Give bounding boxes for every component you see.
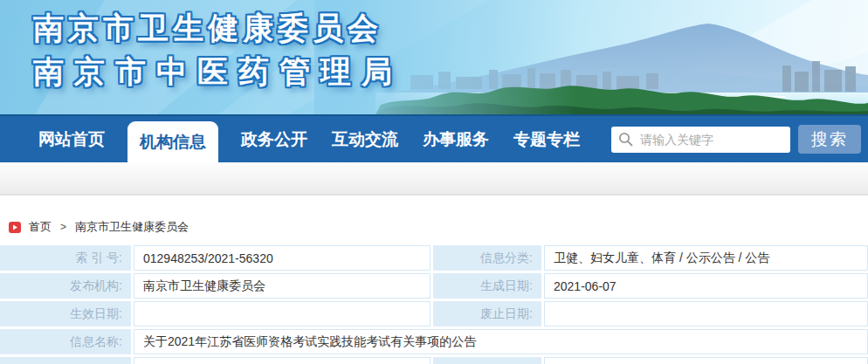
publisher-value: 南京市卫生健康委员会 [134,273,431,299]
date-created-label: 生成日期: [433,273,541,299]
search-box [611,127,790,153]
red-play-icon [9,222,21,233]
publisher-label: 发布机构: [0,273,131,299]
nav-shadow-band [0,162,868,196]
site-titles: 南京市卫生健康委员会 南京市中医药管理局 [33,6,403,93]
search-icon [618,132,633,147]
search-area: 搜索 [611,125,868,154]
date-abolished-value [544,301,868,326]
breadcrumb-separator: > [60,221,66,233]
site-title-line2: 南京市中医药管理局 [33,50,403,93]
nav-item-services[interactable]: 办事服务 [421,116,491,162]
doc-title-value: 关于2021年江苏省医师资格考试实践技能考试有关事项的公告 [134,329,868,354]
page: 南京市卫生健康委员会 南京市中医药管理局 网站首页 机构信息 政务公开 互动交流… [0,0,868,364]
breadcrumb-home[interactable]: 首页 [29,219,52,235]
nav-item-interaction[interactable]: 互动交流 [330,116,400,162]
search-input[interactable] [640,128,783,151]
table-value-cell [544,357,868,364]
site-title-line1: 南京市卫生健康委员会 [33,6,403,50]
nav-item-home[interactable]: 网站首页 [37,116,107,162]
site-header: 南京市卫生健康委员会 南京市中医药管理局 [0,0,868,114]
main-nav: 网站首页 机构信息 政务公开 互动交流 办事服务 专题专栏 搜索 [0,114,868,162]
doc-title-label: 信息名称: [0,329,131,354]
nav-item-org-info[interactable]: 机构信息 [127,121,218,162]
search-button[interactable]: 搜索 [798,125,861,154]
date-effective-label: 生效日期: [0,301,131,326]
category-value: 卫健、妇女儿童、体育 / 公示公告 / 公告 [544,245,868,271]
table-label-cell [0,357,131,364]
index-no-value: 012948253/2021-56320 [134,245,431,271]
breadcrumb-current[interactable]: 南京市卫生健康委员会 [75,219,189,235]
index-no-label: 索 引 号: [0,245,131,271]
breadcrumb: 首页 > 南京市卫生健康委员会 [9,219,868,235]
date-abolished-label: 废止日期: [433,301,541,326]
info-table: 索 引 号: 012948253/2021-56320 信息分类: 卫健、妇女儿… [0,245,868,364]
date-effective-value [134,301,431,326]
category-label: 信息分类: [433,245,541,271]
nav-item-gov-affairs[interactable]: 政务公开 [239,116,309,162]
nav-item-special-topics[interactable]: 专题专栏 [512,116,582,162]
date-created-value: 2021-06-07 [544,273,868,299]
table-value-cell [134,357,431,364]
table-label-cell [433,357,541,364]
